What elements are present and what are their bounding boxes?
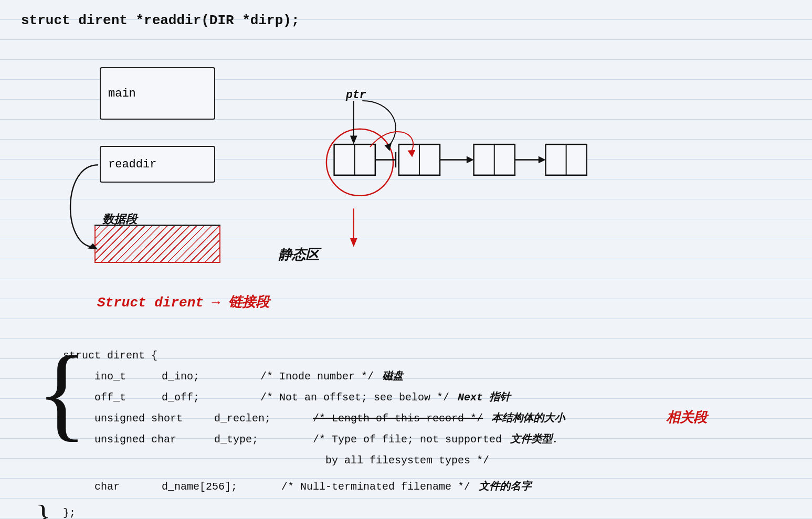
data-area	[94, 225, 220, 269]
code-line-4-field: d_type;	[214, 429, 309, 450]
code-line-5-comment: /* Null-terminated filename */	[281, 476, 470, 497]
code-line-2: off_t d_off; /* Not an offset; see below…	[63, 387, 791, 408]
readdir-label: readdir	[108, 158, 156, 171]
svg-text:ptr: ptr	[345, 89, 366, 101]
svg-rect-19	[546, 144, 587, 175]
svg-marker-4	[350, 135, 357, 144]
svg-rect-6	[334, 144, 375, 175]
code-block: struct dirent { ino_t d_ino; /* Inode nu…	[21, 345, 791, 519]
open-brace: {	[37, 340, 87, 445]
svg-marker-22	[350, 238, 357, 247]
struct-dirent-text: Struct dirent → 链接段	[97, 295, 269, 311]
readdir-box: readdir	[100, 146, 215, 183]
code-line-3-annot: 本结构体的大小	[491, 408, 565, 429]
code-line-2-type: off_t	[94, 387, 157, 408]
code-line-4: unsigned char d_type; /* Type of file; n…	[63, 429, 791, 450]
svg-rect-11	[399, 144, 440, 175]
code-line-2-field: d_off;	[162, 387, 256, 408]
svg-rect-15	[474, 144, 515, 175]
code-line-5-type: char	[94, 476, 157, 497]
code-line-4-comment: /* Type of file; not supported	[313, 429, 502, 450]
code-line-4b-text: by all filesystem types */	[325, 450, 489, 471]
close-brace: }	[36, 500, 51, 519]
hatched-box	[94, 226, 220, 263]
code-line-1-annot: 磁盘	[382, 366, 403, 387]
main-box: main	[100, 67, 215, 120]
code-line-6: };	[63, 503, 791, 519]
svg-marker-23	[407, 150, 415, 157]
code-line-3-type: unsigned short	[94, 408, 210, 429]
static-zone-text: 静态区	[278, 248, 319, 263]
svg-marker-14	[467, 156, 474, 164]
code-line-4-annot: 文件类型.	[510, 429, 558, 450]
header-code-text: struct dirent *readdir(DIR *dirp);	[21, 13, 300, 28]
code-line-3-field: d_reclen;	[214, 408, 309, 429]
struct-dirent-label: Struct dirent → 链接段	[97, 293, 269, 311]
svg-point-2	[326, 129, 393, 196]
diagram-area: main readdir 数据段 静态区	[21, 46, 791, 340]
code-line-2-annot: Next 指针	[458, 387, 510, 408]
svg-marker-5	[384, 143, 392, 151]
code-line-1: ino_t d_ino; /* Inode number */ 磁盘	[63, 366, 791, 387]
code-line-1-comment: /* Inode number */	[260, 366, 374, 387]
sidebar-annot-text: 相关段	[666, 410, 707, 426]
code-line-5-annot: 文件的名字	[479, 476, 531, 497]
code-line-1-type: ino_t	[94, 366, 157, 387]
code-line-0: struct dirent {	[63, 345, 791, 366]
code-line-3-comment-text: /* Length of this record */	[313, 408, 483, 429]
main-content: struct dirent *readdir(DIR *dirp); main …	[0, 0, 812, 519]
code-line-4b: by all filesystem types */	[63, 450, 791, 471]
code-line-4-type: unsigned char	[94, 429, 210, 450]
code-line-5: char d_name[256]; /* Null-terminated fil…	[63, 476, 791, 497]
header-code: struct dirent *readdir(DIR *dirp);	[21, 10, 791, 30]
main-label: main	[108, 87, 136, 100]
sidebar-annot: 相关段	[666, 408, 707, 427]
code-section: { } struct dirent { ino_t d_ino; /* Inod…	[21, 345, 791, 519]
static-zone-label: 静态区	[278, 246, 319, 264]
code-line-5-field: d_name[256];	[162, 476, 277, 497]
code-line-2-comment: /* Not an offset; see below */	[260, 387, 449, 408]
page: struct dirent *readdir(DIR *dirp); main …	[0, 0, 812, 519]
code-line-1-field: d_ino;	[162, 366, 256, 387]
code-line-6-text: };	[63, 503, 76, 519]
svg-marker-18	[539, 156, 546, 164]
